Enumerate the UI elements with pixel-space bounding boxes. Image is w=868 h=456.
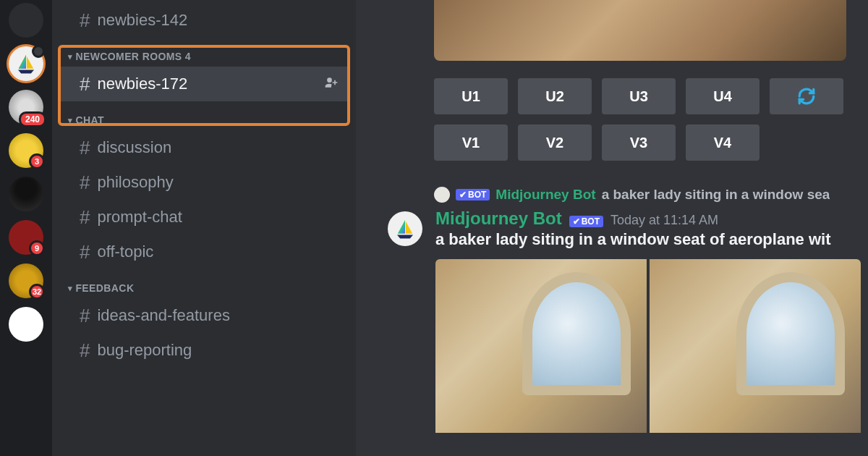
category-feedback[interactable]: ▾ FEEDBACK: [52, 269, 356, 298]
upscale-3-button[interactable]: U3: [602, 78, 676, 114]
generated-image-1[interactable]: [435, 259, 647, 433]
variation-4-button[interactable]: V4: [686, 124, 760, 161]
server-icon-midjourney[interactable]: [9, 46, 43, 81]
generated-image-2[interactable]: [650, 259, 861, 433]
reply-preview-text: a baker lady siting in a window sea: [602, 187, 830, 203]
reply-context[interactable]: ✔ BOT Midjourney Bot a baker lady siting…: [434, 187, 868, 203]
channel-label: bug-reporting: [97, 341, 192, 360]
message-body: Midjourney Bot ✔ BOT Today at 11:14 AM a…: [435, 208, 868, 433]
airplane-window-shape: [736, 272, 845, 395]
category-label: FEEDBACK: [75, 282, 134, 294]
channel-ideas-and-features[interactable]: #ideas-and-features: [58, 298, 350, 333]
server-icon-5[interactable]: 9: [9, 220, 43, 255]
channel-label: prompt-chat: [97, 208, 182, 227]
hash-icon: #: [80, 206, 90, 229]
bot-badge-label: BOT: [468, 190, 486, 200]
reply-author: Midjourney Bot: [495, 187, 595, 203]
message-prompt-text: a baker lady siting in a window seat of …: [435, 230, 868, 249]
variation-3-button[interactable]: V3: [602, 124, 676, 161]
channel-sidebar: # newbies-142 ▾ NEWCOMER ROOMS 4 # newbi…: [52, 0, 356, 456]
chevron-down-icon: ▾: [68, 284, 72, 293]
channel-label: newbies-142: [97, 11, 187, 30]
airplane-window-shape: [522, 272, 631, 395]
category-label: NEWCOMER ROOMS 4: [75, 51, 191, 62]
midjourney-button-grid: U1 U2 U3 U4 V1 V2 V3 V4: [356, 61, 868, 178]
chevron-down-icon: ▾: [68, 52, 72, 62]
channel-newbies-142[interactable]: # newbies-142: [58, 3, 350, 38]
hash-icon: #: [80, 137, 90, 159]
upscale-4-button[interactable]: U4: [686, 78, 760, 114]
upscale-1-button[interactable]: U1: [434, 78, 508, 114]
channel-prompt-chat[interactable]: #prompt-chat: [58, 200, 350, 235]
channel-bug-reporting[interactable]: #bug-reporting: [58, 333, 350, 368]
server-icon-2[interactable]: 240: [9, 90, 43, 124]
hash-icon: #: [80, 172, 90, 194]
message: Midjourney Bot ✔ BOT Today at 11:14 AM a…: [356, 204, 868, 433]
server-icon-4[interactable]: [9, 177, 43, 211]
reroll-button[interactable]: [770, 78, 843, 114]
generated-image-preview-top[interactable]: [434, 0, 846, 61]
channel-newbies-172[interactable]: # newbies-172: [58, 67, 350, 101]
channel-off-topic[interactable]: #off-topic: [58, 235, 350, 269]
chat-pane: U1 U2 U3 U4 V1 V2 V3 V4 ✔ BOT Midjourney…: [356, 0, 868, 456]
category-newcomer-rooms-4[interactable]: ▾ NEWCOMER ROOMS 4: [52, 38, 356, 67]
channel-discussion[interactable]: #discussion: [58, 130, 350, 165]
notification-badge: 240: [19, 111, 46, 127]
hash-icon: #: [80, 73, 90, 96]
hash-icon: #: [80, 339, 90, 362]
hash-icon: #: [80, 241, 90, 263]
category-chat[interactable]: ▾ CHAT: [52, 101, 356, 130]
bot-badge: ✔ BOT: [456, 189, 490, 200]
channel-label: discussion: [97, 138, 171, 157]
channel-label: off-topic: [97, 242, 153, 261]
sailboat-icon: [393, 216, 417, 241]
chevron-down-icon: ▾: [68, 116, 72, 125]
hash-icon: #: [80, 305, 90, 327]
generated-image-grid[interactable]: [435, 259, 868, 433]
category-label: CHAT: [75, 114, 103, 126]
notification-badge: 32: [29, 284, 45, 300]
folder-indicator-icon: [32, 45, 45, 58]
bot-badge-label: BOT: [582, 216, 600, 227]
add-member-icon[interactable]: [324, 75, 339, 93]
variation-2-button[interactable]: V2: [518, 124, 592, 161]
author-avatar[interactable]: [388, 211, 422, 246]
channel-label: newbies-172: [97, 75, 187, 93]
channel-label: philosophy: [97, 173, 173, 192]
channel-philosophy[interactable]: #philosophy: [58, 165, 350, 200]
server-icon-7[interactable]: [9, 307, 43, 342]
message-author[interactable]: Midjourney Bot: [435, 208, 562, 229]
message-timestamp: Today at 11:14 AM: [610, 213, 718, 228]
refresh-icon: [797, 87, 816, 106]
discord-app: 240 3 9 32 # newbies-142 ▾ NEWCOMER ROOM…: [0, 0, 868, 456]
server-icon-0[interactable]: [9, 3, 43, 38]
reply-avatar: [434, 187, 450, 203]
server-icon-3[interactable]: 3: [9, 133, 43, 168]
notification-badge: 9: [29, 240, 45, 256]
server-rail: 240 3 9 32: [0, 0, 52, 456]
hash-icon: #: [80, 9, 90, 32]
channel-label: ideas-and-features: [97, 306, 229, 325]
variation-1-button[interactable]: V1: [434, 124, 508, 161]
upscale-2-button[interactable]: U2: [518, 78, 592, 114]
bot-badge: ✔ BOT: [569, 216, 603, 227]
notification-badge: 3: [29, 153, 45, 169]
server-icon-6[interactable]: 32: [9, 263, 43, 298]
